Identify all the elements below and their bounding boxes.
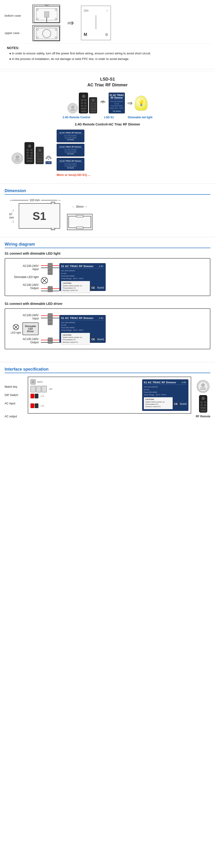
combo-device-3: S1 AC TRIAC RF Dimmer Uin=100-240VACPout… — [57, 158, 84, 170]
svg-rect-47 — [30, 149, 33, 151]
label-remote: 2.4G Remote Control — [63, 116, 90, 119]
svg-point-18 — [71, 106, 74, 108]
label-bulb: Dimmable led light — [128, 116, 152, 119]
device-bottom-1: CAUTION: Switch before power on Presenta… — [61, 281, 104, 293]
svg-rect-113 — [201, 410, 206, 411]
device-specs-2: Uin=100-240VAC Iin=2A Pout=200-400W Temp… — [61, 321, 104, 332]
dim-secondary-wrapper: ← 30mm → — [67, 205, 93, 230]
dimension-title: Dimension — [5, 188, 210, 195]
svg-point-62 — [48, 159, 49, 160]
bulb-icon: 💡 — [135, 96, 147, 111]
connector-bottom — [51, 228, 55, 230]
svg-rect-8 — [44, 11, 49, 18]
wiring-title: Wiring diagram — [5, 242, 210, 248]
output-N — [35, 403, 38, 408]
svg-point-55 — [38, 149, 41, 152]
device-main-title-1: S1 AC TRIAC RF Dimmer — [61, 265, 94, 268]
label-dip-switch: DIP Switch — [5, 392, 23, 398]
svg-rect-68 — [48, 263, 52, 275]
led-light-label: LED light — [11, 331, 21, 334]
product-arrow: ⇒ — [127, 99, 133, 107]
rf-remote-round — [197, 380, 210, 393]
install-labels: bottom case upper case — [5, 5, 26, 35]
dim-height-indicator: ↑ 67 mm ↓ — [9, 209, 17, 223]
svg-rect-108 — [201, 401, 203, 403]
svg-rect-60 — [37, 158, 43, 160]
interface-caution: CAUTION: Switch before power on Presenta… — [144, 397, 173, 409]
more-text: More or less(LSD-S1) ... — [57, 173, 91, 177]
combo-signal: 2.4G — [45, 155, 52, 164]
dimension-section: Dimension ← 103 mm → ↑ 67 mm ↓ S1 — [0, 186, 215, 235]
svg-point-16 — [55, 37, 57, 38]
output-L — [31, 403, 34, 408]
svg-point-15 — [37, 37, 38, 38]
wiring-input-text: AC100-240VInput — [23, 264, 39, 271]
wiring-output-text: AC100-240VOutput — [23, 283, 39, 290]
interface-right: RF Remote — [196, 377, 210, 418]
wiring-2-led-group: LED light Dimmable LEDDriver — [11, 322, 39, 335]
svg-rect-58 — [37, 156, 39, 157]
wiring-1-content: AC100-240VInput Dimmable LED light AC100… — [8, 262, 207, 292]
svg-rect-24 — [84, 99, 86, 101]
combo-remote-round — [11, 153, 23, 164]
svg-rect-109 — [204, 401, 206, 403]
svg-rect-34 — [94, 103, 96, 104]
led-driver-box: Dimmable LEDDriver — [23, 322, 39, 335]
upper-case-label: upper case — [5, 31, 26, 35]
label-ac-output: AC output — [5, 413, 23, 420]
badge-24g: 2.4G — [45, 161, 51, 164]
case-box — [32, 5, 60, 41]
device-specs-1: Uin=100-240VAC Iin=2A Pout=200-400W Temp… — [61, 270, 104, 280]
svg-rect-29 — [81, 107, 86, 110]
svg-rect-79 — [48, 286, 52, 292]
svg-rect-30 — [81, 111, 86, 112]
wiring-section: Wiring diagram S1 connect with dimmable … — [0, 240, 215, 360]
device-box-main: S1 AC TRIAC RF Dimmer Uin=100-240VACIin=… — [109, 93, 125, 114]
installation-section: bottom case upper case — [0, 0, 215, 43]
svg-point-7 — [55, 18, 57, 20]
upper-case-rect — [32, 25, 60, 41]
interface-rohs: CE RoHS — [173, 399, 187, 409]
svg-rect-112 — [201, 407, 206, 409]
interface-center: Match DIP L N — [28, 377, 191, 414]
install-arrow: ⇒ — [67, 18, 74, 28]
svg-point-101 — [32, 381, 34, 383]
dim-box: S1 — [19, 203, 60, 229]
caution-box-2: CAUTION: Switch before power on Presenta… — [61, 333, 90, 345]
screen-circle: ○ — [106, 9, 108, 12]
svg-rect-56 — [37, 153, 39, 155]
svg-rect-27 — [81, 105, 83, 107]
ac-input-ln: L N — [40, 395, 44, 397]
interface-section: Interface specification Match key DIP Sw… — [0, 365, 215, 424]
ce-badge-1: CE — [90, 286, 96, 290]
svg-rect-23 — [81, 99, 83, 101]
dim-main: ← 103 mm → ↑ 67 mm ↓ S1 — [9, 198, 60, 229]
svg-point-4 — [37, 9, 38, 11]
ac-output-terminals — [31, 403, 38, 408]
screen-bottom: M ⚙ — [84, 32, 108, 37]
combo-diagram: 2.4G S1 AC TRIAC RF Dimmer Uin=100-240VA… — [11, 130, 204, 177]
combo-device-1: S1 AC TRIAC RF Dimmer Uin=100-240VACPout… — [57, 130, 84, 142]
led-driver-text: Dimmable LEDDriver — [23, 325, 38, 333]
svg-rect-11 — [36, 28, 57, 39]
wiring-diagram-2: AC100-240VInput LED light Dimmable LEDDr… — [5, 308, 210, 349]
dim-secondary-arrow: ← 30mm → — [72, 205, 87, 208]
interface-diagram: Match key DIP Switch AC input AC output … — [5, 377, 210, 420]
wiring-2-left: AC100-240VInput LED light Dimmable LEDDr… — [8, 314, 41, 344]
combo-device-2: S1 AC TRIAC RF Dimmer Uin=100-240VACPout… — [57, 144, 84, 156]
label-device: LSD-S1 — [104, 116, 114, 119]
signal-icon — [99, 99, 106, 107]
wiring-2-input-label: AC100-240VInput — [23, 314, 39, 320]
screen-top: 20s ○ — [84, 9, 108, 12]
product-title: LSD-S1 AC Triac RF Dimmer — [5, 76, 210, 88]
svg-point-5 — [55, 9, 57, 11]
product-labels: 2.4G Remote Control LSD-S1 Dimmable led … — [5, 116, 210, 119]
dip-3 — [42, 386, 47, 392]
svg-point-41 — [16, 156, 19, 159]
combo-remote-rect1 — [25, 142, 34, 164]
svg-rect-65 — [76, 227, 83, 229]
wiring-1-left: AC100-240VInput Dimmable LED light AC100… — [8, 264, 41, 290]
wiring-2-content: AC100-240VInput LED light Dimmable LEDDr… — [8, 312, 207, 345]
svg-rect-49 — [30, 152, 33, 154]
bottom-case-rect — [32, 5, 60, 23]
